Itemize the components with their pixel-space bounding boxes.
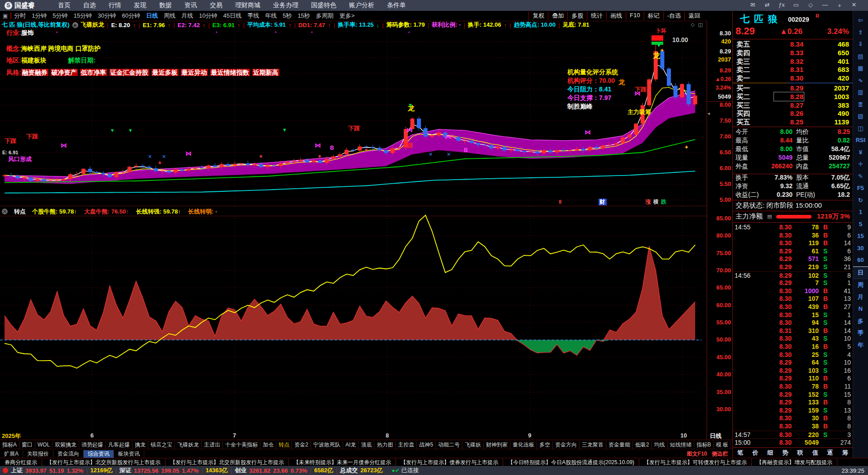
menu-发现[interactable]: 发现 (134, 1, 146, 10)
indicator-tab-WOL[interactable]: WOL (35, 442, 52, 448)
indicator-tab-三龙聚首[interactable]: 三龙聚首 (580, 441, 606, 449)
period-day[interactable]: 日 (853, 266, 868, 280)
kline-icon[interactable]: ▥ (853, 86, 868, 99)
pencil-icon[interactable]: ✎ (853, 171, 868, 183)
indicator-tab-转点[interactable]: 转点 (276, 441, 292, 449)
index-name[interactable]: 深证 (119, 466, 131, 475)
table-icon[interactable]: ▦ (853, 62, 868, 75)
info-tab-板块资讯[interactable]: 板块资讯 (114, 450, 144, 458)
period-n[interactable]: N (853, 303, 868, 315)
news-item[interactable]: 【发行与上市提示】债券发行与上市提示 (396, 459, 503, 466)
period-5[interactable]: 5 (853, 218, 868, 231)
collapse-arrow-icon[interactable]: ◄ (707, 111, 711, 116)
indicator-tab-擒龙[interactable]: 擒龙 (132, 441, 148, 449)
news-item[interactable]: 【今日特别提示】今日A股股份流通提示(2025.10.09) (503, 459, 639, 466)
switch-icon[interactable]: ⇄ (763, 1, 771, 10)
layout-icon[interactable]: ▣ (3, 13, 11, 19)
toolbar-button-标记[interactable]: 标记 (644, 12, 663, 20)
indicator-tab-主控盘[interactable]: 主控盘 (396, 441, 417, 449)
indicator-tab-动能二号[interactable]: 动能二号 (436, 441, 462, 449)
menu-数据[interactable]: 数据 (159, 1, 172, 10)
indicator-tab-资金方向[interactable]: 资金方向 (553, 441, 580, 449)
indicator-tab-热力图[interactable]: 热力图 (374, 441, 396, 449)
menu-交易[interactable]: 交易 (210, 1, 222, 10)
up-icon[interactable]: ⇧ (853, 27, 868, 39)
period-tab-5秒[interactable]: 5秒 (283, 12, 292, 20)
menu-理财商城[interactable]: 理财商城 (235, 1, 260, 10)
indicator-tab-短线情绪[interactable]: 短线情绪 (668, 441, 694, 449)
indicator-right-指标B[interactable]: 指标B (694, 441, 714, 449)
news-item[interactable]: 【发行与上市提示】可转债发行与上市提示 (639, 459, 752, 466)
indicator-tab-财神到家[interactable]: 财神到家 (484, 441, 510, 449)
axis-month-label[interactable]: 8 (386, 432, 389, 439)
panel-tab-势[interactable]: 势 (780, 449, 790, 457)
panel-tab-逐[interactable]: 逐 (826, 449, 835, 457)
axis-month-label[interactable]: 6 (90, 432, 94, 439)
toolbar-button-统计[interactable]: 统计 (587, 12, 606, 20)
period-tab-月线[interactable]: 月线 (181, 12, 193, 20)
info-tab-关联报价[interactable]: 关联报价 (23, 450, 53, 458)
rsi-button[interactable]: RSI (853, 134, 868, 147)
index-name[interactable]: 上证 (11, 466, 23, 475)
period-tab-60分钟[interactable]: 60分钟 (122, 12, 140, 20)
toolbar-button--自选[interactable]: -自选 (663, 12, 684, 20)
panel-tab-价[interactable]: 价 (750, 449, 760, 457)
info-tab-资金流向[interactable]: 资金流向 (53, 450, 84, 458)
period-tab-分时[interactable]: 分时 (14, 12, 26, 20)
indicator-name[interactable]: 转点 (14, 208, 26, 216)
period-multi[interactable]: 多 (853, 315, 868, 328)
period-tab-10分钟[interactable]: 10分钟 (199, 12, 217, 20)
news-item[interactable]: 【发行与上市提示】北交所新股发行与上市提示 (42, 459, 165, 466)
period-tab-30分钟[interactable]: 30分钟 (98, 12, 116, 20)
indicator-tab-量化连板[interactable]: 量化连板 (510, 441, 537, 449)
period-tab-15秒[interactable]: 15秒 (297, 12, 310, 20)
news-item[interactable]: 【再融资提示】增发与配股提示 (752, 459, 837, 466)
indicator-tab-指标A[interactable]: 指标A (0, 441, 19, 449)
report-icon[interactable]: ▤ (853, 51, 868, 63)
period-month[interactable]: 月 (853, 291, 868, 304)
news-item[interactable]: 券商分红提示 (0, 459, 42, 466)
panel-tab-联[interactable]: 联 (796, 449, 805, 457)
panel-tab-细[interactable]: 细 (765, 449, 775, 457)
toolbar-button-复权[interactable]: 复权 (528, 12, 548, 20)
close-indicator-icon[interactable]: ✕ (2, 209, 8, 214)
menu-自选[interactable]: 自选 (83, 1, 96, 10)
trend-icon[interactable]: ∿ (853, 75, 868, 87)
list-icon[interactable]: ▤ (767, 214, 772, 219)
panel-tab-筹[interactable]: 筹 (840, 449, 850, 457)
panel-tab-笔[interactable]: 笔 (736, 449, 745, 457)
period-tab-年线[interactable]: 年线 (265, 12, 277, 20)
indicator-tab-宁波敢死队[interactable]: 宁波敢死队 (311, 441, 343, 449)
period-15[interactable]: 15 (853, 230, 868, 242)
news-item[interactable]: 【发行与上市提示】北交所新股发行与上市提示 (165, 459, 289, 466)
axis-month-label[interactable]: 7 (233, 432, 236, 439)
info-tab-综合资讯[interactable]: 综合资讯 (84, 450, 114, 458)
period-1[interactable]: 1 (853, 206, 868, 218)
f5-button[interactable]: F5 (853, 182, 868, 195)
indicator-right-模 板[interactable]: 模 板 (714, 441, 731, 449)
period-week[interactable]: 周 (853, 279, 868, 291)
menu-首页[interactable]: 首页 (58, 1, 71, 10)
toolbar-button-画线[interactable]: 画线 (606, 12, 626, 20)
period-year[interactable]: 年 (853, 339, 868, 352)
money-icon[interactable]: ¥ (853, 147, 868, 159)
quant-icon[interactable]: ƒx (778, 1, 786, 10)
panel-tab-值[interactable]: 值 (811, 449, 820, 457)
indicator-tab-镇店之宝[interactable]: 镇店之宝 (148, 441, 175, 449)
indicator-tab-窗口[interactable]: 窗口 (19, 441, 35, 449)
period-tab-季线[interactable]: 季线 (247, 12, 259, 20)
menu-业务办理[interactable]: 业务办理 (273, 1, 298, 10)
back-icon[interactable]: ⇦ (853, 14, 868, 27)
menu-账户分析[interactable]: 账户分析 (349, 1, 374, 10)
info-right-图文F10[interactable]: 图文F10 (687, 450, 707, 458)
period-60[interactable]: 60 (853, 254, 868, 266)
indicator-right-+[interactable]: + (731, 441, 732, 449)
period-quarter[interactable]: 季 (853, 327, 868, 339)
indicator-tab-均线[interactable]: 均线 (652, 441, 668, 449)
axis-month-label[interactable]: 9 (528, 432, 531, 439)
panel-icon[interactable]: ◫ (853, 123, 868, 135)
menu-行情[interactable]: 行情 (108, 1, 121, 10)
menu-国盛特色[interactable]: 国盛特色 (311, 1, 336, 10)
note-icon[interactable]: ≣ (853, 99, 868, 111)
indicator-tab-AI龙[interactable]: AI龙 (343, 441, 359, 449)
